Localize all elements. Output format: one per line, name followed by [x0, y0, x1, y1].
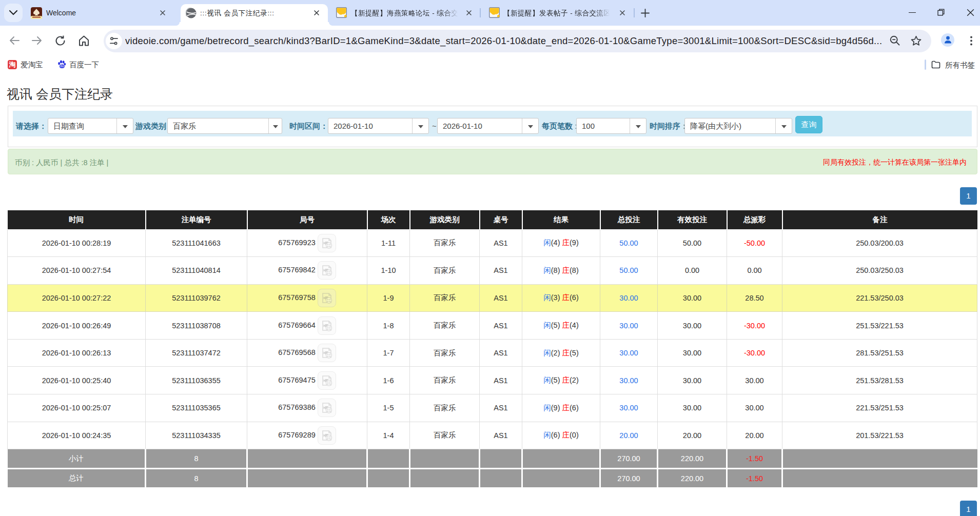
svg-text:du: du	[60, 64, 64, 68]
